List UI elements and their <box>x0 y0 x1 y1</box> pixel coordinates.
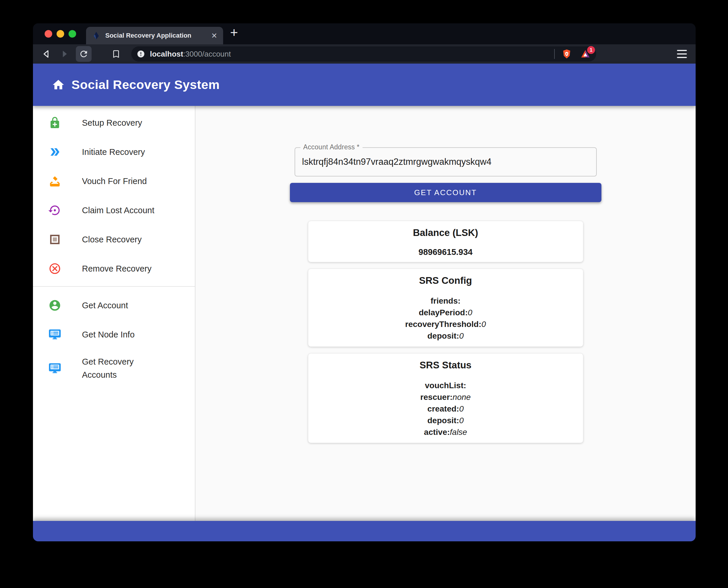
field-label: deposit: <box>427 331 459 340</box>
sidebar-item-initiate-recovery[interactable]: Initiate Recovery <box>33 138 195 167</box>
field-label: created: <box>427 404 459 413</box>
sidebar-item-label: Get Account <box>82 299 128 312</box>
srs-config-card: SRS Config friends: delayPeriod:0 recove… <box>308 269 583 347</box>
bookmark-icon <box>111 49 121 59</box>
tab-close-icon[interactable]: ✕ <box>208 31 217 40</box>
zoom-window-button[interactable] <box>68 30 76 38</box>
monitor-list-icon <box>48 328 62 341</box>
field-label: active: <box>424 427 450 437</box>
sidebar-item-get-node-info[interactable]: Get Node Info <box>33 320 195 349</box>
field-value: 0 <box>459 331 464 340</box>
field-value: 0 <box>459 404 464 413</box>
restore-icon <box>48 204 62 217</box>
app-footer <box>33 521 695 541</box>
get-account-button[interactable]: GET ACCOUNT <box>290 183 601 202</box>
field-label: vouchList: <box>425 381 466 390</box>
url-divider <box>554 49 555 59</box>
brave-shield-icon[interactable] <box>561 48 572 60</box>
field-value: none <box>453 393 471 402</box>
balance-card-title: Balance (LSK) <box>308 227 583 238</box>
brave-rewards-button[interactable]: 1 <box>580 48 591 60</box>
main-content: Account Address * lsktrqfj84n34tn97vraaq… <box>195 106 695 521</box>
sidebar-item-label: Setup Recovery <box>82 117 142 129</box>
sidebar-item-close-recovery[interactable]: Close Recovery <box>33 225 195 254</box>
sidebar-item-label: Initiate Recovery <box>82 146 145 159</box>
url-bar[interactable]: localhost:3000/account 1 <box>131 46 596 62</box>
status-field-row: deposit:0 <box>308 415 583 426</box>
field-value: false <box>450 427 467 437</box>
sidebar-item-get-account[interactable]: Get Account <box>33 291 195 320</box>
sidebar-item-get-recovery-accounts[interactable]: Get Recovery Accounts <box>33 349 195 387</box>
browser-tab[interactable]: Social Recovery Application ✕ <box>86 27 223 44</box>
srs-config-fields: friends: delayPeriod:0 recoveryThreshold… <box>308 295 583 342</box>
double-arrow-icon <box>48 145 62 159</box>
reload-button[interactable] <box>76 46 91 62</box>
back-button[interactable] <box>40 47 53 60</box>
rewards-badge: 1 <box>587 46 595 54</box>
config-field-row: delayPeriod:0 <box>308 307 583 318</box>
srs-status-fields: vouchList: rescuer:none created:0 deposi… <box>308 380 583 438</box>
url-path: :3000/account <box>183 49 231 58</box>
config-field-row: friends: <box>308 295 583 307</box>
sidebar-item-label: Remove Recovery <box>82 262 152 275</box>
tab-strip: Social Recovery Application ✕ + <box>33 23 695 44</box>
status-field-row: created:0 <box>308 403 583 415</box>
site-info-icon[interactable] <box>137 49 145 58</box>
account-address-field[interactable]: Account Address * lsktrqfj84n34tn97vraaq… <box>295 147 597 176</box>
browser-toolbar: localhost:3000/account 1 <box>33 44 695 64</box>
sidebar-item-label: Close Recovery <box>82 233 142 246</box>
account-circle-icon <box>48 299 62 312</box>
minimize-window-button[interactable] <box>57 30 64 38</box>
forward-button[interactable] <box>58 47 70 60</box>
hamburger-icon <box>677 50 687 51</box>
back-icon <box>41 49 52 59</box>
stop-square-icon <box>48 233 62 246</box>
field-value: 0 <box>481 320 486 329</box>
ballot-icon <box>48 174 62 188</box>
config-field-row: deposit:0 <box>308 330 583 342</box>
lock-plus-icon <box>48 116 62 129</box>
sidebar-item-setup-recovery[interactable]: Setup Recovery <box>33 108 195 138</box>
field-label: delayPeriod: <box>419 308 468 317</box>
sidebar-divider <box>33 286 195 287</box>
page-body: Setup Recovery Initiate Recovery Vouch F… <box>33 106 695 521</box>
sidebar-item-label: Claim Lost Account <box>82 204 154 217</box>
status-field-row: active:false <box>308 426 583 438</box>
cancel-icon <box>48 262 62 275</box>
close-window-button[interactable] <box>45 30 52 38</box>
sidebar: Setup Recovery Initiate Recovery Vouch F… <box>33 106 195 521</box>
field-label: rescuer: <box>420 393 453 402</box>
status-field-row: rescuer:none <box>308 392 583 403</box>
config-field-row: recoveryThreshold:0 <box>308 318 583 330</box>
new-tab-button[interactable]: + <box>230 26 238 39</box>
balance-card: Balance (LSK) 98969615.934 <box>308 221 583 262</box>
forward-icon <box>59 49 69 59</box>
url-host: localhost <box>150 49 183 58</box>
sidebar-item-claim-lost-account[interactable]: Claim Lost Account <box>33 196 195 225</box>
page-title: Social Recovery System <box>71 78 220 92</box>
home-icon[interactable] <box>51 78 65 91</box>
sidebar-item-label: Get Node Info <box>82 328 135 341</box>
srs-status-title: SRS Status <box>308 359 583 371</box>
field-label: deposit: <box>427 416 459 425</box>
account-address-label: Account Address * <box>300 143 362 151</box>
reload-icon <box>79 49 89 59</box>
lisk-favicon-icon <box>92 31 101 40</box>
field-label: recoveryThreshold: <box>405 320 481 329</box>
menu-button[interactable] <box>677 50 687 58</box>
app-header: Social Recovery System <box>33 64 695 106</box>
sidebar-item-label: Vouch For Friend <box>82 175 147 188</box>
monitor-list-icon <box>48 362 62 375</box>
field-value: 0 <box>468 308 473 317</box>
bookmark-button[interactable] <box>110 47 123 60</box>
sidebar-item-vouch-for-friend[interactable]: Vouch For Friend <box>33 167 195 196</box>
field-label: friends: <box>431 296 460 306</box>
result-cards: Balance (LSK) 98969615.934 SRS Config fr… <box>308 221 583 443</box>
url-text: localhost:3000/account <box>150 49 231 59</box>
srs-config-title: SRS Config <box>308 275 583 287</box>
srs-status-card: SRS Status vouchList: rescuer:none creat… <box>308 353 583 443</box>
field-value: 0 <box>459 416 464 425</box>
account-address-value[interactable]: lsktrqfj84n34tn97vraaq2ztmrgwgwakmqyskqw… <box>302 156 492 167</box>
sidebar-item-remove-recovery[interactable]: Remove Recovery <box>33 254 195 283</box>
tab-title: Social Recovery Application <box>105 32 208 39</box>
